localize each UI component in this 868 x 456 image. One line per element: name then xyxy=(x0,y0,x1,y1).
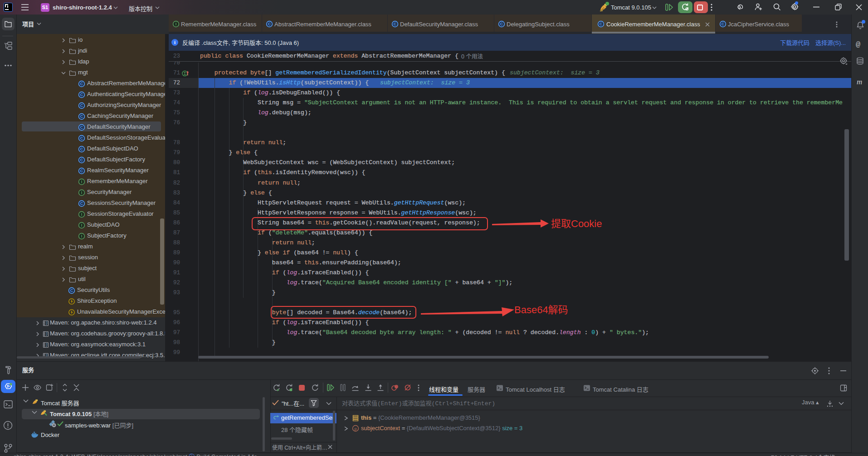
svg-text:p: p xyxy=(354,427,356,431)
svg-text:C: C xyxy=(268,22,271,26)
svg-text:C: C xyxy=(600,22,603,26)
svg-text:C: C xyxy=(80,201,83,206)
svg-text:C: C xyxy=(70,288,73,293)
svg-text:C: C xyxy=(722,22,725,26)
svg-text:C: C xyxy=(80,103,83,108)
svg-text:C: C xyxy=(394,22,397,26)
svg-text:提取Cookie: 提取Cookie xyxy=(551,218,602,229)
svg-text:I: I xyxy=(81,190,83,195)
svg-text:C: C xyxy=(80,147,83,151)
svg-text:C: C xyxy=(80,82,83,86)
svg-text:C: C xyxy=(80,169,83,173)
svg-text:I: I xyxy=(81,179,83,184)
svg-text:C: C xyxy=(80,114,83,119)
svg-text:C: C xyxy=(80,125,83,130)
svg-text:C: C xyxy=(80,136,83,141)
svg-text:Base64解码: Base64解码 xyxy=(514,304,568,315)
svg-text:I: I xyxy=(176,22,177,26)
svg-text:I: I xyxy=(81,223,83,228)
svg-text:I: I xyxy=(81,212,83,217)
svg-text:I: I xyxy=(81,234,83,238)
svg-text:C: C xyxy=(80,92,83,97)
svg-text:C: C xyxy=(80,158,83,162)
svg-text:C: C xyxy=(500,22,503,26)
